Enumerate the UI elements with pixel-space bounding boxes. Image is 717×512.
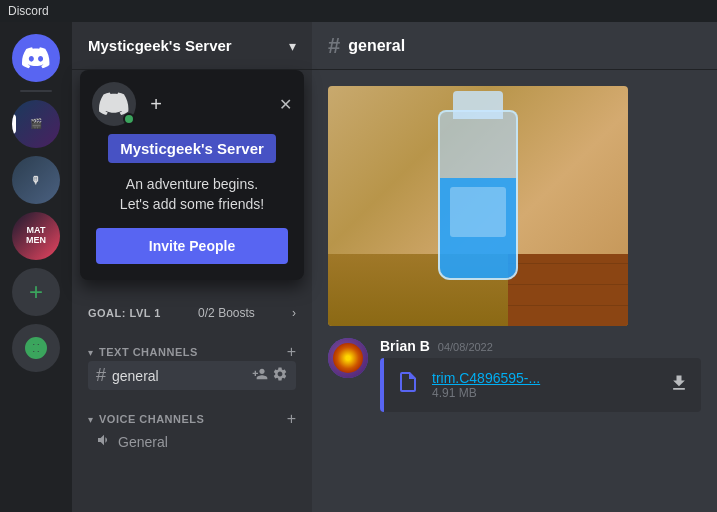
- popup-top-row: + ✕: [80, 70, 304, 126]
- text-channels-category: ▾ TEXT CHANNELS + # general: [72, 328, 312, 395]
- add-friend-icon[interactable]: +: [144, 92, 168, 116]
- voice-speaker-icon: [96, 432, 112, 451]
- voice-channel-general-name: General: [118, 434, 168, 450]
- server-icon-1[interactable]: 🎬: [12, 100, 60, 148]
- title-bar: Discord: [0, 0, 717, 22]
- server-icon-3[interactable]: MATMEN: [12, 212, 60, 260]
- app-layout: 🎬 🎙 MATMEN + Mysticgeek's Server: [0, 22, 717, 512]
- bottle-scene: [328, 86, 628, 326]
- message-row: Brian B 04/08/2022 trim.C4896595-... 4.9…: [328, 334, 701, 416]
- voice-category-expand-icon: ▾: [88, 414, 93, 425]
- text-channels-label: TEXT CHANNELS: [99, 346, 198, 358]
- server-popup: + ✕ Mysticgeek's Server An adventure beg…: [80, 70, 304, 280]
- voice-channels-header[interactable]: ▾ VOICE CHANNELS +: [80, 411, 304, 427]
- voice-channels-category: ▾ VOICE CHANNELS + General: [72, 395, 312, 460]
- channel-hash-icon: #: [96, 365, 106, 386]
- channel-list: GOAL: LVL 1 0/2 Boosts › ▾ TEXT CHANNELS…: [72, 290, 312, 512]
- voice-channel-general[interactable]: General: [88, 428, 296, 455]
- category-title-area: ▾ TEXT CHANNELS: [88, 346, 198, 358]
- server-header[interactable]: Mysticgeek's Server ▾: [72, 22, 312, 70]
- avatar-online-indicator: [123, 113, 135, 125]
- voice-category-title-area: ▾ VOICE CHANNELS: [88, 413, 204, 425]
- file-attachment: trim.C4896595-... 4.91 MB: [380, 358, 701, 412]
- main-content: # general: [312, 22, 717, 512]
- file-type-icon: [396, 370, 420, 400]
- bottle-body: [438, 110, 518, 280]
- file-size: 4.91 MB: [432, 386, 657, 400]
- file-name[interactable]: trim.C4896595-...: [432, 370, 657, 386]
- boost-value: 0/2 Boosts: [198, 306, 255, 320]
- channel-actions: [252, 366, 288, 385]
- boost-chevron-icon: ›: [292, 306, 296, 320]
- bottle-label: [450, 187, 506, 237]
- voice-channels-label: VOICE CHANNELS: [99, 413, 204, 425]
- message-content: Brian B 04/08/2022 trim.C4896595-... 4.9…: [380, 338, 701, 412]
- explore-button[interactable]: [12, 324, 60, 372]
- channel-item-general[interactable]: # general: [88, 361, 296, 390]
- channel-sidebar: Mysticgeek's Server ▾ + ✕ M: [72, 22, 312, 512]
- popup-close-button[interactable]: ✕: [279, 95, 292, 114]
- message-header: Brian B 04/08/2022: [380, 338, 701, 354]
- chat-header: # general: [312, 22, 717, 70]
- popup-avatar-area: +: [92, 82, 168, 126]
- svg-point-1: [32, 344, 40, 352]
- popup-server-name-label: Mysticgeek's Server: [108, 134, 276, 163]
- boost-bar[interactable]: GOAL: LVL 1 0/2 Boosts ›: [72, 298, 312, 328]
- category-expand-icon: ▾: [88, 347, 93, 358]
- text-channels-header[interactable]: ▾ TEXT CHANNELS +: [80, 344, 304, 360]
- popup-description: An adventure begins. Let's add some frie…: [80, 163, 304, 218]
- channel-name-general: general: [112, 368, 252, 384]
- popup-server-avatar: [92, 82, 136, 126]
- channel-header-name: general: [348, 37, 405, 55]
- bottle-cap: [453, 91, 503, 119]
- download-button[interactable]: [669, 373, 689, 398]
- message-author: Brian B: [380, 338, 430, 354]
- add-text-channel-button[interactable]: +: [287, 344, 296, 360]
- message-timestamp: 04/08/2022: [438, 341, 493, 353]
- server-name: Mysticgeek's Server: [88, 37, 232, 54]
- server-list: 🎬 🎙 MATMEN +: [0, 22, 72, 512]
- avatar-image: [328, 338, 368, 378]
- file-info: trim.C4896595-... 4.91 MB: [432, 370, 657, 400]
- channel-hash-header-icon: #: [328, 33, 340, 59]
- add-server-button[interactable]: +: [12, 268, 60, 316]
- add-member-icon[interactable]: [252, 366, 268, 385]
- user-avatar: [328, 338, 368, 378]
- messages-area[interactable]: Brian B 04/08/2022 trim.C4896595-... 4.9…: [312, 70, 717, 512]
- server-icon-2[interactable]: 🎙: [12, 156, 60, 204]
- chat-image-attachment: [328, 86, 628, 326]
- server-dropdown-chevron: ▾: [289, 38, 296, 54]
- channel-settings-icon[interactable]: [272, 366, 288, 385]
- invite-people-button[interactable]: Invite People: [96, 228, 288, 264]
- popup-server-name-badge: Mysticgeek's Server: [80, 134, 304, 163]
- app-title: Discord: [8, 4, 49, 18]
- boost-goal-label: GOAL: LVL 1: [88, 307, 161, 319]
- active-server-pill: [12, 114, 16, 134]
- server-list-divider: [20, 90, 52, 92]
- add-voice-channel-button[interactable]: +: [287, 411, 296, 427]
- server-icon-discord-home[interactable]: [12, 34, 60, 82]
